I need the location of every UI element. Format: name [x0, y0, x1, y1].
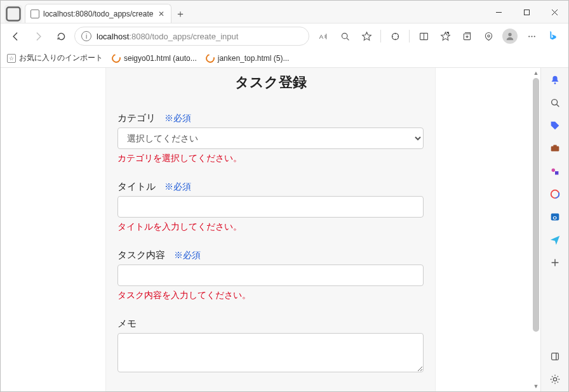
sidebar-tag-icon[interactable] [548, 119, 562, 133]
collections-icon[interactable] [457, 27, 477, 46]
more-menu-icon[interactable] [521, 27, 542, 46]
svg-point-8 [508, 33, 511, 36]
error-category: カテゴリを選択してください。 [117, 153, 424, 164]
browser-toolbar: i localhost:8080/todo_apps/create_input … [1, 23, 568, 49]
split-screen-icon[interactable] [413, 27, 434, 46]
svg-rect-18 [555, 171, 558, 174]
error-content: タスク内容を入力してください。 [117, 290, 424, 301]
svg-point-11 [533, 36, 535, 37]
bookmark-item-2[interactable]: janken_top.html (5)... [206, 54, 290, 63]
new-tab-button[interactable]: ＋ [171, 5, 189, 23]
sidebar-tools-icon[interactable] [548, 141, 562, 155]
sidebar-office-icon[interactable] [548, 187, 562, 201]
form-card: タスク登録 カテゴリ ※必須 選択してください カテゴリを選択してください。 タ… [105, 68, 436, 391]
window-minimize-button[interactable] [485, 1, 512, 23]
window-maximize-button[interactable] [512, 1, 540, 23]
extensions-icon[interactable] [385, 27, 405, 46]
scroll-down-icon[interactable]: ▼ [532, 381, 540, 391]
svg-text:A: A [319, 33, 323, 39]
vertical-scrollbar[interactable]: ▲ ▼ [532, 68, 540, 391]
content-input[interactable] [117, 265, 424, 286]
category-select[interactable]: 選択してください [117, 127, 424, 149]
svg-point-24 [553, 377, 556, 381]
svg-point-9 [528, 36, 530, 37]
scroll-thumb[interactable] [533, 78, 539, 332]
field-title: タイトル ※必須 タイトルを入力してください。 [117, 181, 424, 233]
label-content: タスク内容 [117, 249, 165, 261]
sidebar-games-icon[interactable] [548, 164, 562, 178]
svg-point-17 [551, 169, 554, 172]
bookmark-page-icon [204, 52, 216, 64]
tab-actions-button[interactable] [4, 5, 22, 23]
field-memo: メモ [117, 318, 424, 374]
label-due: タスク期日 [117, 391, 165, 391]
error-title: タイトルを入力してください。 [117, 221, 424, 233]
page-title: タスク登録 [117, 68, 424, 96]
required-badge: ※必須 [164, 113, 191, 124]
scroll-up-icon[interactable]: ▲ [532, 68, 540, 78]
bookmark-label: seigyo01.html (auto... [124, 54, 197, 63]
page-viewport: タスク登録 カテゴリ ※必須 選択してください カテゴリを選択してください。 タ… [1, 68, 540, 391]
bookmark-import[interactable]: ☆ お気に入りのインポート [7, 53, 103, 63]
bookmark-label: お気に入りのインポート [19, 53, 103, 63]
window-titlebar: localhost:8080/todo_apps/create ✕ ＋ [1, 1, 568, 23]
sidebar-send-icon[interactable] [548, 233, 562, 247]
scroll-track[interactable] [532, 78, 540, 381]
window-close-button[interactable] [540, 1, 568, 23]
browser-tab[interactable]: localhost:8080/todo_apps/create ✕ [25, 4, 171, 23]
forward-button [29, 27, 48, 46]
back-button[interactable] [6, 27, 25, 46]
sidebar-settings-icon[interactable] [548, 372, 562, 386]
url-text: localhost:8080/todo_apps/create_input [97, 32, 302, 41]
svg-point-3 [342, 33, 347, 39]
field-content: タスク内容 ※必須 タスク内容を入力してください。 [117, 249, 424, 301]
tab-strip: localhost:8080/todo_apps/create ✕ ＋ [1, 1, 189, 23]
favorites-icon[interactable] [435, 27, 455, 46]
svg-rect-15 [551, 146, 559, 151]
bookmark-page-icon [110, 52, 122, 64]
svg-text:O: O [552, 215, 556, 221]
read-aloud-icon[interactable]: A [313, 27, 333, 46]
page-favicon-icon [30, 10, 39, 18]
required-badge: ※必須 [174, 250, 201, 261]
label-category: カテゴリ [117, 112, 156, 124]
favorite-star-icon[interactable] [356, 27, 377, 46]
sidebar-bell-icon[interactable] [548, 73, 562, 87]
site-info-icon[interactable]: i [81, 31, 91, 41]
svg-point-7 [487, 34, 489, 36]
title-input[interactable] [117, 196, 424, 218]
performance-icon[interactable] [478, 27, 499, 46]
bookmark-item-1[interactable]: seigyo01.html (auto... [112, 54, 197, 63]
tab-close-button[interactable]: ✕ [157, 10, 166, 18]
svg-point-10 [531, 36, 532, 37]
edge-sidebar: O [540, 68, 568, 391]
sidebar-add-icon[interactable] [548, 256, 562, 270]
bookmarks-bar: ☆ お気に入りのインポート seigyo01.html (auto... jan… [1, 49, 568, 68]
svg-rect-0 [7, 8, 20, 21]
sidebar-search-icon[interactable] [548, 96, 562, 110]
svg-rect-1 [524, 10, 529, 15]
bookmark-label: janken_top.html (5)... [218, 54, 290, 63]
zoom-icon[interactable] [335, 27, 355, 46]
field-category: カテゴリ ※必須 選択してください カテゴリを選択してください。 [117, 112, 424, 164]
svg-point-14 [551, 100, 557, 105]
address-bar[interactable]: i localhost:8080/todo_apps/create_input [74, 27, 309, 46]
sidebar-collapse-icon[interactable] [548, 350, 562, 363]
label-title: タイトル [117, 181, 156, 193]
field-due: タスク期日 ※必須 タスク期日を入力してください。 [117, 391, 424, 391]
memo-textarea[interactable] [117, 333, 424, 372]
tab-title: localhost:8080/todo_apps/create [43, 10, 153, 18]
required-badge: ※必須 [164, 181, 191, 193]
profile-avatar[interactable] [500, 27, 520, 46]
sidebar-outlook-icon[interactable]: O [548, 210, 562, 224]
svg-rect-23 [551, 353, 558, 360]
bookmark-folder-icon: ☆ [7, 54, 16, 63]
svg-point-13 [554, 82, 556, 84]
required-badge: ※必須 [174, 391, 201, 392]
label-memo: メモ [117, 318, 137, 330]
window-controls [485, 1, 568, 23]
refresh-button[interactable] [51, 27, 70, 46]
svg-rect-16 [553, 145, 556, 147]
bing-button[interactable] [543, 23, 563, 49]
